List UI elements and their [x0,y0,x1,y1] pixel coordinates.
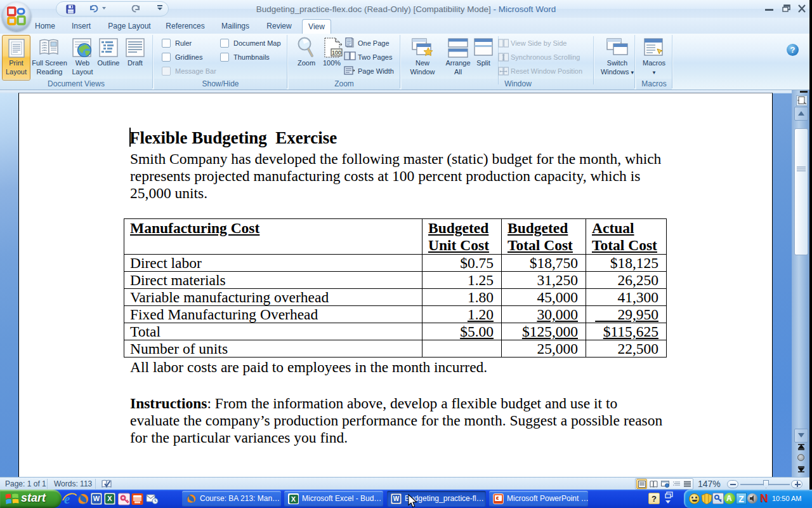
svg-text:100: 100 [332,50,341,56]
